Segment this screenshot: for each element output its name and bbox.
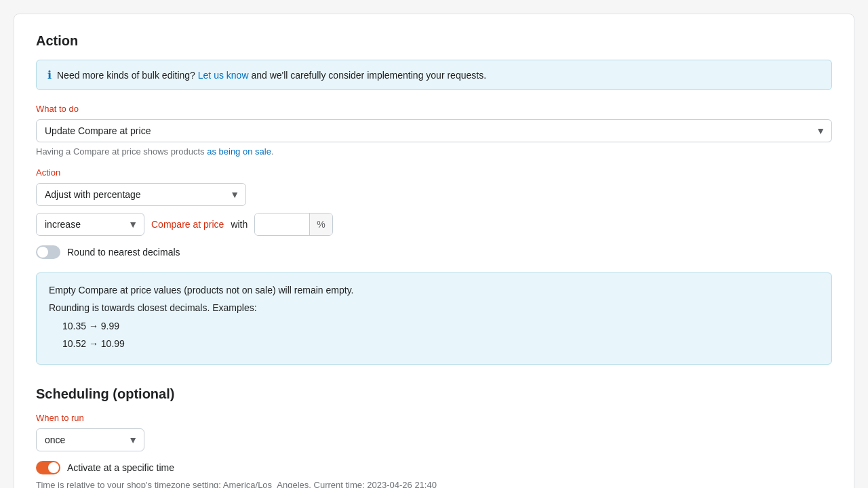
what-to-do-wrapper: Update Compare at price Update Price Upd…	[36, 119, 832, 142]
timezone-text: Time is relative to your shop's timezone…	[36, 480, 832, 488]
info-box: Empty Compare at price values (products …	[36, 272, 832, 365]
activate-toggle[interactable]	[36, 461, 60, 474]
when-select-wrapper: once daily weekly ▼	[36, 428, 144, 451]
info-icon: ℹ	[47, 68, 52, 81]
direction-select[interactable]: increase decrease	[36, 213, 144, 236]
percent-input[interactable]	[255, 214, 309, 235]
main-card: Action ℹ Need more kinds of bulk editing…	[14, 14, 854, 488]
round-toggle-label: Round to nearest decimals	[67, 247, 180, 258]
round-toggle-row: Round to nearest decimals	[36, 245, 832, 259]
percent-suffix-label: %	[309, 214, 332, 235]
info-banner-text: Need more kinds of bulk editing? Let us …	[57, 70, 486, 81]
info-box-line1: Empty Compare at price values (products …	[49, 283, 819, 298]
on-sale-link[interactable]: as being on sale	[207, 146, 271, 157]
activate-label: Activate at a specific time	[67, 462, 174, 473]
round-toggle-thumb	[37, 247, 48, 258]
info-box-example2: 10.52 → 10.99	[62, 336, 819, 351]
when-to-run-label: When to run	[36, 413, 832, 423]
action-inner-label: Action	[36, 167, 832, 178]
scheduling-section: Scheduling (optional) When to run once d…	[36, 386, 832, 488]
activate-row: Activate at a specific time	[36, 461, 832, 474]
with-label: with	[231, 219, 248, 230]
adjust-select-wrapper: Adjust with percentage Set fixed value A…	[36, 183, 246, 206]
compare-at-price-label: Compare at price	[151, 219, 224, 230]
what-to-do-select[interactable]: Update Compare at price Update Price Upd…	[36, 119, 832, 142]
what-to-do-label: What to do	[36, 104, 832, 114]
adjust-select[interactable]: Adjust with percentage Set fixed value A…	[36, 183, 246, 206]
direction-wrapper: increase decrease ▼	[36, 213, 144, 236]
percent-input-wrapper: %	[254, 213, 332, 236]
round-toggle[interactable]	[36, 245, 60, 259]
scheduling-title: Scheduling (optional)	[36, 386, 832, 402]
let-us-know-link[interactable]: Let us know	[198, 70, 249, 81]
activate-toggle-thumb	[48, 462, 59, 473]
when-select[interactable]: once daily weekly	[36, 428, 144, 451]
info-box-example1: 10.35 → 9.99	[62, 319, 819, 333]
helper-text: Having a Compare at price shows products…	[36, 146, 832, 157]
info-box-line2: Rounding is towards closest decimals. Ex…	[49, 300, 819, 315]
action-title: Action	[36, 33, 832, 49]
info-banner: ℹ Need more kinds of bulk editing? Let u…	[36, 60, 832, 90]
action-row: increase decrease ▼ Compare at price wit…	[36, 213, 832, 236]
